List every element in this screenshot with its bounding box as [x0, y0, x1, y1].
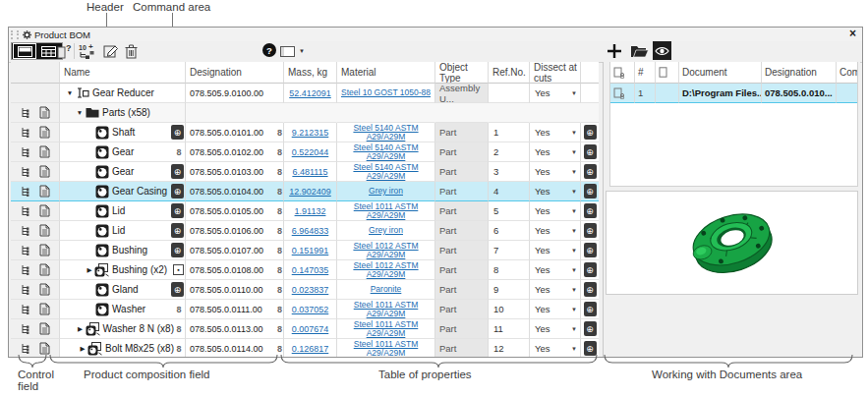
dropdown-arrow-icon[interactable]: ▼	[571, 248, 577, 254]
designation-cell[interactable]: 078.505.0.0107.00 8	[186, 241, 284, 260]
designation-cell[interactable]: 078.505.0.0108.00 8	[186, 260, 284, 280]
report-document-icon[interactable]	[39, 263, 50, 276]
dropdown-arrow-icon[interactable]: ▼	[571, 169, 577, 175]
structure-icon[interactable]	[21, 107, 32, 119]
doc-designation-cell[interactable]: 078.505.0.010...	[762, 84, 837, 103]
badge-cell[interactable]: ⊕	[581, 201, 599, 221]
badge-cell[interactable]: ⊕	[581, 300, 599, 319]
mass-cell[interactable]: 1.91132	[284, 201, 337, 221]
mass-link[interactable]: 0.151991	[292, 246, 329, 255]
material-cell[interactable]: Steel 1011 ASTM A29/A29M	[337, 201, 435, 221]
structure-icon[interactable]	[21, 166, 32, 178]
structure-icon[interactable]	[21, 146, 32, 158]
structure-icon[interactable]	[21, 186, 32, 198]
anchor-badge-icon[interactable]: ⊕	[171, 282, 184, 297]
table-row[interactable]: Lid ⊕ 078.505.0.0106.00 8 6.964833 Grey …	[11, 221, 599, 241]
badge-cell[interactable]: ⊕	[581, 280, 599, 300]
table-row[interactable]: ▶	[11, 319, 599, 339]
dropdown-arrow-icon[interactable]: ▼	[571, 208, 577, 214]
dissect-cell[interactable]: Yes ▼	[530, 84, 581, 103]
col-designation[interactable]: Designation	[186, 62, 284, 84]
designation-cell[interactable]	[186, 103, 284, 123]
designation-cell[interactable]: 078.505.0.0104.00 8	[186, 182, 284, 201]
structure-icon[interactable]	[21, 343, 32, 355]
col-mass[interactable]: Mass, kg	[284, 62, 337, 84]
table-row[interactable]: Gear ⊕ 078.505.0.0103.00 8 6.481115 Stee…	[11, 162, 599, 182]
table-row[interactable]: Lid ⊕ 078.505.0.0105.00 8 1.91132 Steel …	[11, 201, 599, 221]
dropdown-arrow-icon[interactable]: ▼	[571, 346, 577, 352]
mass-link[interactable]: 52.412091	[289, 88, 331, 98]
dropdown-arrow-icon[interactable]: ▼	[571, 228, 577, 234]
structure-icon[interactable]	[21, 284, 32, 296]
help-button[interactable]: ?	[262, 43, 276, 57]
anchor-badge-icon[interactable]: ⊕	[171, 164, 184, 179]
material-cell[interactable]: Grey iron	[337, 182, 435, 201]
report-document-icon[interactable]	[39, 126, 50, 139]
badge-cell[interactable]: ⊕	[581, 142, 599, 162]
col-num[interactable]: #	[635, 62, 656, 84]
col-ref-no[interactable]: Ref.No.	[489, 62, 530, 84]
anchor-badge-icon[interactable]: ⊕	[584, 262, 597, 277]
designation-cell[interactable]: 078.505.0.0106.00 8	[186, 221, 284, 241]
mass-cell[interactable]: 0.037052	[284, 300, 337, 319]
set-quantity-button[interactable]: 10 +	[78, 43, 98, 59]
material-link[interactable]: Steel 1011 ASTM A29/A29M	[339, 202, 433, 220]
anchor-badge-icon[interactable]: 8	[174, 344, 184, 354]
name-cell[interactable]: ▶	[60, 260, 186, 280]
table-view-button[interactable]	[37, 44, 59, 58]
designation-cell[interactable]: 078.505.0.0105.00 8	[186, 201, 284, 221]
material-cell[interactable]: Steel 5140 ASTM A29/A29M	[337, 142, 435, 162]
dissect-cell[interactable]: Yes ▼	[530, 221, 581, 241]
designation-cell[interactable]: 078.505.0.0101.00 8	[186, 123, 284, 142]
col-doc-designation[interactable]: Designation	[762, 62, 837, 84]
col-document[interactable]: Document	[679, 62, 762, 84]
report-document-icon[interactable]	[39, 204, 50, 217]
mass-link[interactable]: 0.007674	[292, 324, 329, 334]
mass-link[interactable]: 0.522044	[292, 147, 329, 157]
designation-cell[interactable]: 078.505.0.0103.00 8	[186, 162, 284, 182]
material-link[interactable]: Grey iron	[369, 226, 403, 235]
dropdown-arrow-icon[interactable]: ▼	[571, 287, 577, 293]
badge-cell[interactable]: ⊕	[581, 182, 599, 201]
material-cell[interactable]: Steel 1012 ASTM A29/A29M	[337, 241, 435, 260]
mass-link[interactable]: 12.902409	[289, 187, 331, 197]
mass-cell[interactable]: 0.147035	[284, 260, 337, 280]
report-document-icon[interactable]	[39, 244, 50, 256]
name-cell[interactable]: Bushing ⊕	[60, 241, 186, 260]
anchor-badge-icon[interactable]: ▪	[173, 264, 184, 275]
dropdown-arrow-icon[interactable]: ▼	[571, 149, 577, 155]
report-document-icon[interactable]	[39, 303, 50, 315]
expander-icon[interactable]: ▶	[85, 266, 94, 274]
mass-cell[interactable]: 9.212315	[284, 123, 337, 142]
report-document-icon[interactable]	[39, 283, 50, 296]
mass-link[interactable]: 0.126817	[292, 344, 329, 354]
anchor-badge-icon[interactable]: ⊕	[584, 321, 597, 336]
material-cell[interactable]: Steel 1011 ASTM A29/A29M	[337, 319, 435, 339]
mass-cell[interactable]: 6.481115	[284, 162, 337, 182]
name-cell[interactable]: Washer 8	[60, 300, 186, 319]
material-link[interactable]: Steel 1011 ASTM A29/A29M	[339, 320, 433, 338]
dissect-cell[interactable]: Yes ▼	[530, 182, 581, 201]
anchor-badge-icon[interactable]: ⊕	[584, 282, 597, 297]
material-link[interactable]: Paronite	[371, 285, 402, 294]
structure-icon[interactable]	[21, 225, 32, 237]
material-link[interactable]: Steel 10 GOST 1050-88	[341, 88, 431, 97]
mass-link[interactable]: 0.147035	[292, 265, 329, 275]
material-link[interactable]: Steel 5140 ASTM A29/A29M	[339, 143, 433, 161]
badge-cell[interactable]	[581, 103, 599, 123]
col-comment[interactable]: Com...	[837, 62, 858, 84]
anchor-badge-icon[interactable]: ⊕	[584, 302, 597, 316]
anchor-badge-icon[interactable]: ⊕	[584, 125, 597, 140]
drag-grip-icon[interactable]	[11, 30, 19, 39]
mass-cell[interactable]: 0.007674	[284, 319, 337, 339]
report-document-icon[interactable]	[39, 342, 50, 355]
report-document-icon[interactable]	[39, 145, 50, 158]
display-mode-dropdown[interactable]: ▼	[280, 43, 305, 59]
delete-button[interactable]	[125, 43, 138, 59]
anchor-badge-icon[interactable]: 8	[174, 305, 184, 314]
anchor-badge-icon[interactable]: ⊕	[584, 184, 597, 198]
designation-cell[interactable]: 078.505.0.0111.00 8	[186, 300, 284, 319]
anchor-badge-icon[interactable]: ⊕	[171, 203, 184, 218]
table-row[interactable]: Gear Casing ⊕ 078.505.0.0104.00 8 12.902…	[11, 182, 599, 201]
mass-cell[interactable]: 0.023837	[284, 280, 337, 300]
